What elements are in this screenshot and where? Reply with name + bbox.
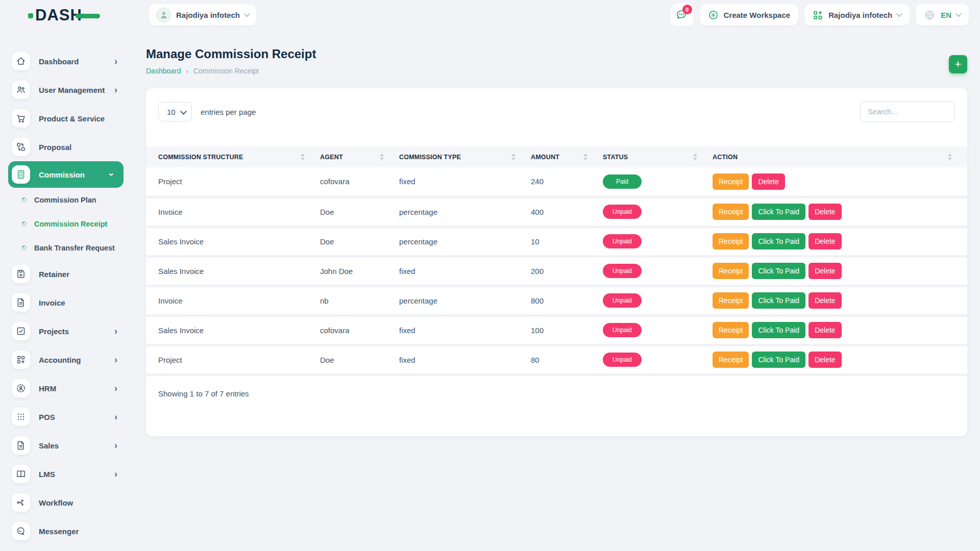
sidebar-item-workflow[interactable]: Workflow [0, 488, 134, 517]
delete-button[interactable]: Delete [808, 263, 841, 279]
user-menu-label: Rajodiya infotech [176, 11, 240, 19]
click-to-paid-button[interactable]: Click To Paid [752, 204, 805, 220]
receipt-button[interactable]: Receipt [713, 204, 749, 220]
sidebar-item-lms[interactable]: LMS › [0, 460, 134, 488]
chat-badge: 0 [682, 5, 692, 14]
receipt-button[interactable]: Receipt [713, 322, 749, 338]
sidebar-item-dashboard[interactable]: Dashboard › [0, 47, 134, 76]
cell-amount: 800 [531, 286, 603, 315]
receipt-button[interactable]: Receipt [713, 233, 749, 249]
sidebar-subitem-bank-transfer-request[interactable]: Bank Transfer Request [0, 236, 134, 260]
cell-actions: ReceiptClick To PaidDelete [713, 256, 967, 286]
click-to-paid-button[interactable]: Click To Paid [752, 292, 805, 309]
page-header: Manage Commission Receipt Dashboard › Co… [146, 44, 967, 75]
cell-commission-structure: Project [146, 167, 320, 197]
grid-dots-icon [12, 408, 30, 426]
sidebar-item-retainer[interactable]: Retainer [0, 260, 134, 288]
delete-button[interactable]: Delete [808, 233, 841, 249]
cell-actions: ReceiptClick To PaidDelete [713, 227, 967, 256]
book-open-icon [12, 465, 30, 483]
cell-commission-structure: Invoice [146, 286, 320, 315]
delete-button[interactable]: Delete [752, 173, 785, 190]
add-commission-receipt-button[interactable]: + [949, 55, 967, 73]
sidebar-item-pos[interactable]: POS › [0, 403, 134, 431]
sort-icon [301, 154, 305, 160]
delete-button[interactable]: Delete [808, 204, 841, 220]
entries-select-wrap: 10 [158, 102, 192, 121]
cell-commission-type: fixed [399, 345, 531, 374]
status-badge: Unpaid [603, 323, 642, 337]
cell-status: Unpaid [603, 286, 713, 315]
column-header-agent[interactable]: AGENT [320, 146, 399, 167]
cell-commission-structure: Sales Invoice [146, 315, 320, 345]
cell-commission-type: fixed [399, 167, 531, 197]
delete-button[interactable]: Delete [808, 322, 841, 338]
cell-agent: cofovara [320, 167, 399, 197]
sidebar-subitem-commission-receipt[interactable]: Commission Receipt [0, 212, 134, 236]
file-text-icon [12, 436, 30, 455]
receipt-button[interactable]: Receipt [713, 263, 749, 279]
cell-status: Unpaid [603, 315, 713, 345]
sidebar-item-accounting[interactable]: Accounting › [0, 345, 134, 374]
page-title: Manage Commission Receipt [146, 47, 316, 61]
cell-status: Paid [603, 167, 713, 197]
entries-per-page-label: entries per page [201, 108, 256, 116]
chat-button[interactable]: 0 [670, 4, 694, 26]
receipt-button[interactable]: Receipt [713, 352, 749, 368]
cell-commission-type: percentage [399, 197, 531, 227]
cell-agent: Doe [320, 227, 399, 256]
delete-button[interactable]: Delete [808, 352, 841, 368]
delete-button[interactable]: Delete [808, 292, 841, 309]
sidebar-item-invoice[interactable]: Invoice [0, 288, 134, 317]
sort-icon [693, 154, 697, 160]
workspace-menu-label: Rajodiya infotech [828, 11, 892, 19]
click-to-paid-button[interactable]: Click To Paid [752, 352, 805, 368]
column-header-commission-structure[interactable]: COMMISSION STRUCTURE [146, 146, 320, 167]
status-badge: Paid [603, 174, 642, 189]
create-workspace-button[interactable]: Create Workspace [700, 4, 799, 26]
sidebar-item-messenger[interactable]: Messenger [0, 517, 134, 545]
entries-select[interactable]: 10 [159, 103, 191, 121]
language-menu[interactable]: EN [916, 4, 969, 26]
cell-agent: cofovara [320, 315, 399, 345]
column-header-status[interactable]: STATUS [603, 146, 713, 167]
breadcrumb-link-dashboard[interactable]: Dashboard [146, 67, 181, 75]
click-to-paid-button[interactable]: Click To Paid [752, 322, 805, 338]
cell-commission-type: percentage [399, 286, 531, 315]
user-menu[interactable]: Rajodiya infotech [149, 4, 256, 26]
cell-actions: ReceiptClick To PaidDelete [713, 315, 967, 345]
bullet-icon [21, 196, 28, 203]
receipt-button[interactable]: Receipt [713, 173, 749, 190]
workspace-menu[interactable]: Rajodiya infotech [804, 4, 910, 26]
brand-logo[interactable]: DASH [28, 7, 122, 23]
click-to-paid-button[interactable]: Click To Paid [752, 263, 805, 279]
cell-amount: 100 [531, 315, 603, 345]
status-badge: Unpaid [603, 234, 642, 248]
table-controls: 10 entries per page [146, 88, 967, 122]
receipt-button[interactable]: Receipt [713, 292, 749, 309]
sidebar-item-commission[interactable]: Commission › [8, 161, 124, 188]
status-badge: Unpaid [603, 264, 642, 278]
brand-name: DASH [35, 7, 82, 23]
status-badge: Unpaid [603, 205, 642, 219]
search-input[interactable] [860, 102, 955, 122]
column-header-commission-type[interactable]: COMMISSION TYPE [399, 146, 531, 167]
cell-agent: Doe [320, 197, 399, 227]
sidebar-item-projects[interactable]: Projects › [0, 317, 134, 345]
cell-amount: 200 [531, 256, 603, 286]
cell-actions: ReceiptClick To PaidDelete [713, 345, 967, 374]
sidebar-item-hrm[interactable]: HRM › [0, 374, 134, 403]
cell-status: Unpaid [603, 227, 713, 256]
click-to-paid-button[interactable]: Click To Paid [752, 233, 805, 249]
cell-agent: Doe [320, 345, 399, 374]
sidebar-item-product-service[interactable]: Product & Service [0, 104, 134, 133]
sidebar-item-sales[interactable]: Sales › [0, 431, 134, 460]
table-row: Sales Invoicecofovarafixed100UnpaidRecei… [146, 315, 967, 345]
workspace-grid-icon [813, 10, 823, 20]
column-header-action[interactable]: ACTION [713, 146, 967, 167]
sidebar-item-proposal[interactable]: Proposal [0, 133, 134, 161]
column-header-amount[interactable]: AMOUNT [531, 146, 603, 167]
sidebar-subitem-commission-plan[interactable]: Commission Plan [0, 188, 134, 212]
sidebar-item-user-management[interactable]: User Management › [0, 76, 134, 104]
chevron-right-icon: › [114, 441, 117, 450]
